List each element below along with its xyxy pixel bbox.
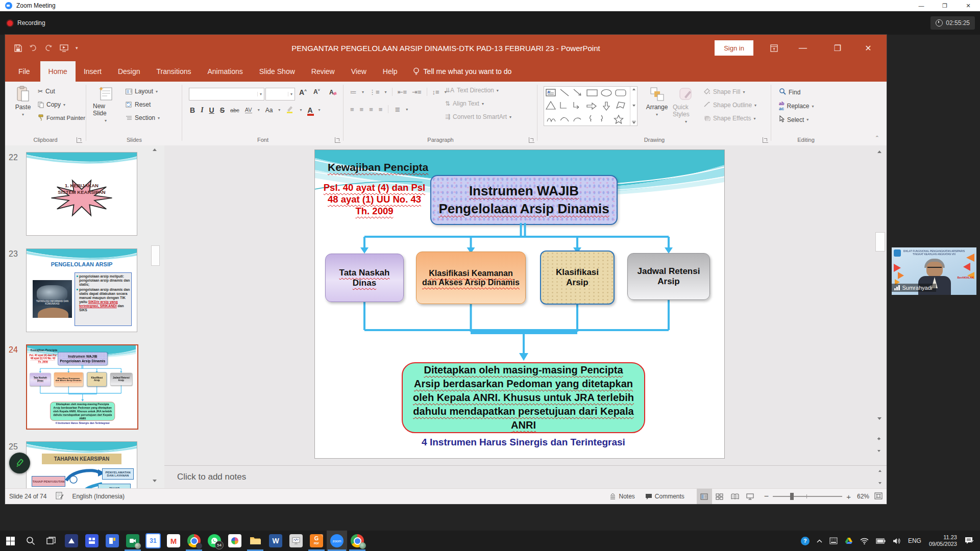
spell-check-icon[interactable] <box>56 492 64 501</box>
customize-qat-button[interactable]: ▾ <box>76 45 78 51</box>
shape-fill-button[interactable]: Shape Fill▾ <box>703 88 745 96</box>
main-instrument-box[interactable]: Instrumen WAJIB Pengelolaan Arsip Dinami… <box>430 175 618 225</box>
slide-title[interactable]: Kewajiban Pencipta <box>328 161 428 173</box>
taskbar-photos-app-icon[interactable] <box>225 531 245 551</box>
taskbar-whatsapp-app-icon[interactable]: 54 <box>204 531 225 551</box>
find-button[interactable]: Find <box>779 88 800 96</box>
format-painter-button[interactable]: Format Painter <box>38 114 87 121</box>
strikethrough-button[interactable]: S <box>220 106 225 114</box>
bullets-button[interactable]: ≔ <box>350 88 357 96</box>
taskbar-news-app-icon[interactable] <box>82 531 102 551</box>
tab-insert[interactable]: Insert <box>76 61 110 82</box>
shapes-gallery-scrollbar[interactable] <box>630 87 637 126</box>
decrease-indent-button[interactable]: ⇤≡ <box>398 88 407 96</box>
text-direction-button[interactable]: ⇊A Text Direction▾ <box>445 87 499 94</box>
notes-scroll-down-icon[interactable] <box>878 482 881 484</box>
decrease-font-size-button[interactable]: A˅ <box>313 88 320 95</box>
thumbnail-scroll-up-icon[interactable] <box>153 148 157 151</box>
annotation-pencil-button[interactable] <box>9 453 30 473</box>
align-center-button[interactable]: ≡ <box>360 106 363 113</box>
collapse-ribbon-button[interactable]: ⌃ <box>875 135 879 141</box>
previous-slide-button[interactable] <box>877 429 880 439</box>
thumbnail-panel-scrollbar[interactable] <box>150 145 161 489</box>
slide-show-button[interactable] <box>743 489 758 504</box>
tab-transitions[interactable]: Transitions <box>149 61 200 82</box>
zoom-in-button[interactable]: + <box>846 492 851 501</box>
clipboard-dialog-launcher[interactable] <box>77 137 82 143</box>
justify-button[interactable]: ≡ <box>379 106 382 113</box>
undo-button[interactable] <box>29 44 37 52</box>
notes-toggle-button[interactable]: Notes <box>604 493 640 500</box>
tab-help[interactable]: Help <box>375 61 406 82</box>
editor-scroll-down-icon[interactable] <box>877 417 881 420</box>
tab-review[interactable]: Review <box>303 61 343 82</box>
wifi-icon[interactable] <box>856 531 872 551</box>
hidden-icons-chevron[interactable] <box>813 531 826 551</box>
taskbar-search-button[interactable] <box>20 531 41 551</box>
tab-slide-show[interactable]: Slide Show <box>251 61 303 82</box>
cut-button[interactable]: ✂Cut <box>38 88 55 95</box>
touch-keyboard-icon[interactable] <box>826 531 841 551</box>
editor-scroll-up-icon[interactable] <box>877 151 881 153</box>
comments-toggle-button[interactable]: Comments <box>640 493 690 500</box>
next-slide-button[interactable] <box>877 440 880 452</box>
taskbar-meet-app-icon[interactable] <box>122 531 143 551</box>
law-reference-text[interactable]: Psl. 40 ayat (4) dan Psl 48 ayat (1) UU … <box>322 182 427 217</box>
change-case-dropdown[interactable]: ▾ <box>278 108 280 112</box>
zoom-close-button[interactable]: ✕ <box>957 0 980 11</box>
paragraph-dialog-launcher[interactable] <box>529 137 534 143</box>
taskbar-file-explorer-icon[interactable] <box>245 531 265 551</box>
convert-to-smartart-button[interactable]: ⇶ Convert to SmartArt▾ <box>445 113 511 120</box>
align-right-button[interactable]: ≡ <box>369 106 373 113</box>
taskbar-gmail-app-icon[interactable]: M <box>163 531 184 551</box>
align-left-button[interactable]: ≡ <box>350 106 354 113</box>
speaker-icon[interactable] <box>889 531 904 551</box>
increase-font-size-button[interactable]: A˄ <box>299 88 307 96</box>
slide-canvas[interactable]: Kewajiban Pencipta Psl. 40 ayat (4) dan … <box>314 149 725 459</box>
tab-view[interactable]: View <box>343 61 375 82</box>
task-view-button[interactable] <box>41 531 61 551</box>
text-highlight-dropdown[interactable]: ▾ <box>300 108 302 112</box>
shapes-gallery[interactable]: A <box>544 86 638 126</box>
editor-scrollbar-thumb[interactable] <box>875 232 885 252</box>
taskbar-chrome-app-icon[interactable] <box>184 531 204 551</box>
bottom-statement-box[interactable]: Ditetapkan oleh masing-masing Pencipta A… <box>402 362 645 433</box>
subscript-abc-button[interactable]: abc <box>230 107 239 113</box>
character-spacing-button[interactable]: AV <box>245 107 252 113</box>
shape-effects-button[interactable]: Shape Effects▾ <box>703 114 756 122</box>
box-jadwal-retensi-arsip[interactable]: Jadwal Retensi Arsip <box>627 253 710 300</box>
thumbnail-scroll-down-icon[interactable] <box>153 480 157 482</box>
taskbar-scanner-app-icon[interactable] <box>61 531 82 551</box>
thumbnail-slide-25[interactable]: TAHAPAN KEARSIPAN TAHAP PENYUSUTAN PENYE… <box>26 441 137 489</box>
font-color-button[interactable]: A <box>307 106 312 114</box>
tell-me-box[interactable]: Tell me what you want to do <box>406 61 519 82</box>
columns-button[interactable]: ≣ <box>395 106 400 113</box>
section-button[interactable]: Section▾ <box>126 114 160 121</box>
notes-scroll-up-icon[interactable] <box>878 470 881 472</box>
save-button[interactable] <box>14 44 22 52</box>
thumbnail-slide-24-current[interactable]: Kewajiban Pencipta Psl. 40 ayat (4) dan … <box>26 344 138 430</box>
start-from-beginning-button[interactable] <box>60 44 68 52</box>
slide-caption[interactable]: 4 Instrumen Harus Sinergis dan Terintegr… <box>402 437 645 448</box>
google-drive-icon[interactable] <box>841 531 856 551</box>
box-klasifikasi-arsip[interactable]: Klasifikasi Arsip <box>540 251 615 305</box>
start-button[interactable] <box>0 531 20 551</box>
taskbar-word-app-icon[interactable]: W <box>265 531 286 551</box>
zoom-restore-button[interactable]: ❐ <box>933 0 957 11</box>
taskbar-zoom-app-icon[interactable]: zoom <box>327 531 347 551</box>
thumbnail-scrollbar-thumb[interactable] <box>151 245 160 266</box>
zoom-minimize-button[interactable]: — <box>910 0 933 11</box>
ppt-close-button[interactable]: ✕ <box>856 35 880 61</box>
line-spacing-button[interactable]: ↕≡ <box>432 88 439 96</box>
fit-slide-to-window-button[interactable] <box>874 492 883 501</box>
ppt-minimize-button[interactable]: — <box>791 35 815 61</box>
numbering-button[interactable]: ⋮≡ <box>369 88 380 96</box>
get-help-icon[interactable]: ? <box>797 531 813 551</box>
new-slide-button[interactable]: New Slide▾ <box>93 86 118 123</box>
redo-button[interactable] <box>44 44 53 52</box>
thumbnail-slide-23[interactable]: PENGELOLAAN ARSIP TEKNOLOGI INFORMASI DA… <box>26 248 137 332</box>
shape-outline-button[interactable]: Shape Outline▾ <box>703 101 756 109</box>
character-spacing-dropdown[interactable]: ▾ <box>258 108 260 112</box>
ribbon-display-options-button[interactable] <box>762 35 786 61</box>
taskbar-chrome2-app-icon[interactable] <box>347 531 368 551</box>
